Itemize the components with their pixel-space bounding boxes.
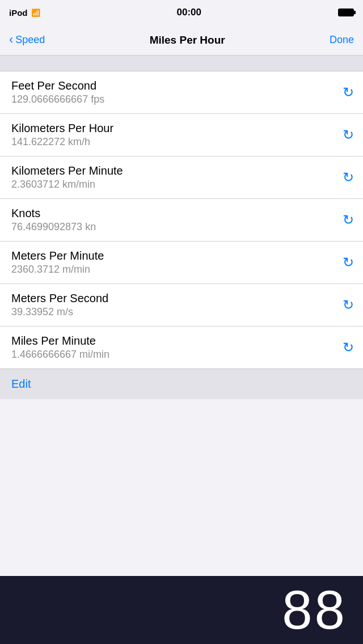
battery-fill [339, 10, 353, 15]
conversion-list: Feet Per Second 129.0666666667 fps ↻ Kil… [0, 71, 363, 368]
list-item: Miles Per Minute 1.4666666667 mi/min ↻ [0, 327, 363, 368]
status-left: iPod 📶 [9, 8, 40, 18]
list-item: Meters Per Minute 2360.3712 m/min ↻ [0, 242, 363, 284]
page-title: Miles Per Hour [150, 34, 225, 46]
time-label: 00:00 [177, 7, 201, 18]
bottom-number: 88 [282, 583, 347, 637]
item-text-3: Knots 76.4699092873 kn [11, 207, 96, 233]
nav-bar: ‹ Speed Miles Per Hour Done [0, 25, 363, 56]
list-item: Meters Per Second 39.33952 m/s ↻ [0, 284, 363, 327]
item-name-3: Knots [11, 207, 96, 220]
item-text-4: Meters Per Minute 2360.3712 m/min [11, 249, 104, 276]
item-name-4: Meters Per Minute [11, 249, 104, 262]
item-text-1: Kilometers Per Hour 141.622272 km/h [11, 122, 113, 148]
back-button[interactable]: ‹ Speed [9, 34, 45, 46]
refresh-icon-5[interactable]: ↻ [343, 297, 354, 313]
device-label: iPod [9, 8, 28, 18]
item-text-5: Meters Per Second 39.33952 m/s [11, 292, 108, 318]
refresh-icon-6[interactable]: ↻ [343, 340, 354, 355]
done-button[interactable]: Done [330, 34, 354, 46]
bottom-bar: 88 [0, 576, 363, 644]
wifi-icon: 📶 [31, 9, 40, 17]
item-text-2: Kilometers Per Minute 2.3603712 km/min [11, 164, 123, 190]
item-name-1: Kilometers Per Hour [11, 122, 113, 135]
back-arrow-icon: ‹ [9, 33, 13, 46]
separator-area [0, 56, 363, 71]
item-name-2: Kilometers Per Minute [11, 164, 123, 177]
battery-indicator [338, 9, 354, 16]
item-value-0: 129.0666666667 fps [11, 94, 104, 105]
item-value-3: 76.4699092873 kn [11, 221, 96, 233]
refresh-icon-4[interactable]: ↻ [343, 255, 354, 270]
item-value-5: 39.33952 m/s [11, 306, 108, 318]
item-value-4: 2360.3712 m/min [11, 264, 104, 276]
battery-icon [338, 9, 354, 16]
item-value-1: 141.622272 km/h [11, 136, 113, 148]
refresh-icon-1[interactable]: ↻ [343, 127, 354, 143]
refresh-icon-3[interactable]: ↻ [343, 212, 354, 228]
back-label[interactable]: Speed [15, 34, 45, 46]
list-item: Feet Per Second 129.0666666667 fps ↻ [0, 71, 363, 114]
item-text-6: Miles Per Minute 1.4666666667 mi/min [11, 334, 109, 361]
edit-button[interactable]: Edit [11, 378, 31, 391]
edit-bar: Edit [0, 368, 363, 399]
item-name-5: Meters Per Second [11, 292, 108, 305]
status-bar: iPod 📶 00:00 [0, 0, 363, 25]
refresh-icon-2[interactable]: ↻ [343, 170, 354, 185]
item-name-6: Miles Per Minute [11, 334, 109, 348]
item-value-6: 1.4666666667 mi/min [11, 349, 109, 361]
list-item: Kilometers Per Hour 141.622272 km/h ↻ [0, 114, 363, 156]
item-name-0: Feet Per Second [11, 79, 104, 92]
list-item: Knots 76.4699092873 kn ↻ [0, 199, 363, 242]
refresh-icon-0[interactable]: ↻ [343, 84, 354, 100]
item-value-2: 2.3603712 km/min [11, 179, 123, 190]
list-item: Kilometers Per Minute 2.3603712 km/min ↻ [0, 156, 363, 199]
item-text-0: Feet Per Second 129.0666666667 fps [11, 79, 104, 105]
